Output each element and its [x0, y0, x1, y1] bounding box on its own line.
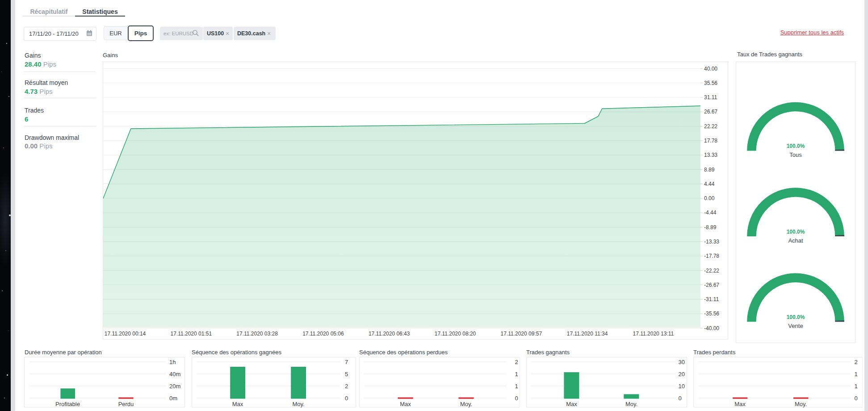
svg-text:40m: 40m: [169, 371, 180, 377]
svg-text:1: 1: [515, 383, 518, 390]
svg-text:13.33: 13.33: [704, 152, 717, 158]
svg-text:1: 1: [515, 371, 518, 377]
svg-text:17.11.2020 00:14: 17.11.2020 00:14: [105, 331, 146, 337]
svg-text:17.78: 17.78: [704, 138, 717, 144]
svg-text:30: 30: [678, 359, 684, 365]
svg-text:5: 5: [345, 371, 348, 377]
svg-text:7: 7: [345, 359, 348, 365]
svg-text:17.11.2020 06:43: 17.11.2020 06:43: [369, 331, 410, 337]
svg-text:20: 20: [678, 371, 684, 377]
svg-text:0: 0: [854, 395, 857, 402]
svg-text:Moy.: Moy.: [292, 401, 304, 407]
svg-text:17.11.2020 09:57: 17.11.2020 09:57: [501, 331, 542, 337]
svg-text:-31.11: -31.11: [704, 296, 719, 302]
svg-text:Moy.: Moy.: [794, 401, 806, 407]
svg-text:17.11.2020 13:11: 17.11.2020 13:11: [633, 331, 674, 337]
svg-text:2: 2: [854, 359, 857, 365]
svg-text:Moy.: Moy.: [460, 401, 472, 407]
svg-text:100.0%: 100.0%: [787, 143, 805, 149]
svg-text:2: 2: [345, 383, 348, 390]
svg-text:-4.44: -4.44: [704, 210, 717, 216]
svg-text:1: 1: [854, 371, 857, 377]
svg-text:100.0%: 100.0%: [787, 229, 805, 235]
svg-text:20m: 20m: [169, 383, 180, 390]
svg-text:-17.78: -17.78: [704, 253, 719, 259]
svg-text:4.44: 4.44: [704, 181, 715, 187]
svg-text:1h: 1h: [169, 359, 176, 365]
svg-text:Max: Max: [734, 401, 746, 407]
svg-text:17.11.2020 03:28: 17.11.2020 03:28: [236, 331, 278, 337]
svg-text:26.67: 26.67: [704, 109, 717, 115]
svg-text:Moy.: Moy.: [625, 401, 637, 407]
svg-text:Profitable: Profitable: [55, 401, 80, 407]
svg-text:-8.89: -8.89: [704, 224, 717, 231]
svg-text:Perdu: Perdu: [118, 401, 134, 407]
svg-text:0: 0: [345, 395, 348, 402]
svg-text:-40.00: -40.00: [704, 325, 719, 331]
svg-text:35.56: 35.56: [704, 80, 717, 86]
svg-text:17.11.2020 08:20: 17.11.2020 08:20: [435, 331, 476, 337]
svg-text:Max: Max: [566, 401, 577, 407]
svg-text:0.00: 0.00: [704, 195, 715, 201]
svg-text:1: 1: [854, 383, 857, 390]
svg-text:0: 0: [678, 395, 681, 402]
svg-text:-13.33: -13.33: [704, 239, 719, 245]
svg-text:0m: 0m: [169, 395, 177, 402]
svg-text:31.11: 31.11: [704, 94, 717, 101]
svg-text:Tous: Tous: [789, 151, 802, 158]
svg-text:0: 0: [515, 395, 518, 402]
svg-text:-22.22: -22.22: [704, 268, 719, 274]
svg-text:8.89: 8.89: [704, 167, 715, 173]
svg-text:-26.67: -26.67: [704, 282, 719, 288]
svg-text:100.0%: 100.0%: [787, 314, 805, 320]
svg-text:40.00: 40.00: [704, 66, 717, 72]
svg-text:17.11.2020 05:06: 17.11.2020 05:06: [302, 331, 344, 337]
svg-text:-35.56: -35.56: [704, 310, 719, 317]
svg-text:17.11.2020 01:51: 17.11.2020 01:51: [171, 331, 212, 337]
svg-text:10: 10: [678, 383, 684, 390]
svg-text:22.22: 22.22: [704, 123, 717, 130]
svg-text:17.11.2020 11:34: 17.11.2020 11:34: [567, 331, 608, 337]
svg-text:Max: Max: [232, 401, 243, 407]
svg-text:Max: Max: [400, 401, 411, 407]
svg-text:Achat: Achat: [788, 237, 803, 244]
svg-text:2: 2: [515, 359, 518, 365]
svg-text:Vente: Vente: [788, 323, 803, 329]
